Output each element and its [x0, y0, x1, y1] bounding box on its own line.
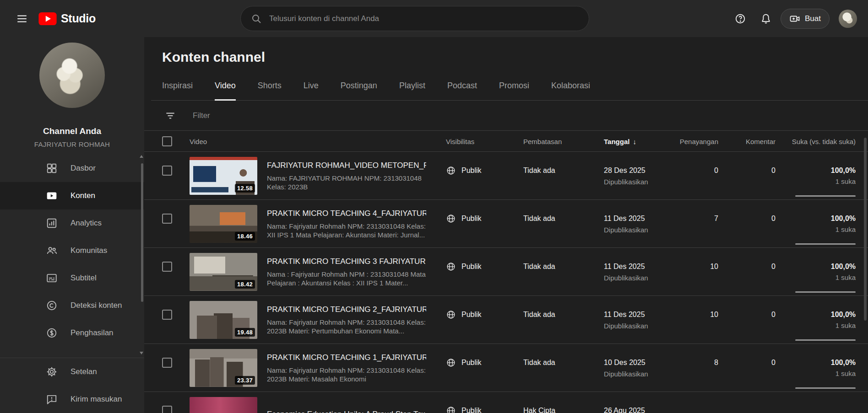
- video-description: Nama: Fajriyatur Rohmah NPM: 2313031048 …: [267, 222, 426, 239]
- video-title[interactable]: PRAKTIK MICRO TEACHING 1_FAJRIYATUR RO..…: [267, 353, 426, 362]
- restrictions-cell: Hak Cipta: [523, 392, 604, 413]
- sidebar-item-subtitel[interactable]: Subtitel: [0, 264, 144, 292]
- sidebar-item-komunitas[interactable]: Komunitas: [0, 237, 144, 264]
- tab-playlist[interactable]: Playlist: [388, 81, 436, 100]
- visibility-cell: Publik: [446, 392, 523, 413]
- sidebar-scroll-down-arrow[interactable]: [140, 352, 143, 354]
- subtitles-icon: [46, 272, 58, 284]
- sidebar-item-penghasilan[interactable]: Penghasilan: [0, 319, 144, 347]
- create-button[interactable]: Buat: [781, 9, 830, 29]
- filter-input[interactable]: [192, 111, 375, 121]
- video-description: Nama: Fajriyatur Rohmah NPM: 2313031048 …: [267, 318, 426, 335]
- sidebar-item-label: Komunitas: [71, 246, 107, 255]
- column-header-restrictions[interactable]: Pembatasan: [523, 131, 604, 145]
- tab-postingan[interactable]: Postingan: [330, 81, 388, 100]
- likes-cell: 100,0% 1 suka: [776, 296, 856, 341]
- video-thumbnail[interactable]: 18.42: [190, 253, 257, 291]
- sidebar-item-kirim-masukan[interactable]: Kirim masukan: [0, 386, 144, 413]
- row-checkbox[interactable]: [162, 214, 172, 224]
- row-checkbox[interactable]: [162, 166, 172, 176]
- main-content: Konten channel Inspirasi Video Shorts Li…: [144, 37, 868, 413]
- video-description: Nama : Fajriyatur Rohmah NPM : 231303104…: [267, 270, 426, 287]
- help-icon: [734, 13, 746, 25]
- tab-inspirasi[interactable]: Inspirasi: [151, 81, 204, 100]
- video-thumbnail[interactable]: 18.46: [190, 205, 257, 243]
- video-thumbnail[interactable]: 23.37: [190, 349, 257, 387]
- restrictions-cell: Tidak ada: [523, 248, 604, 271]
- video-title[interactable]: PRAKTIK MICRO TEACHING 2_FAJRIYATUR RO..…: [267, 305, 426, 314]
- table-row: 12.58 FAJRIYATUR ROHMAH_VIDEO METOPEN_PR…: [144, 152, 868, 200]
- tab-shorts[interactable]: Shorts: [247, 81, 293, 100]
- dashboard-icon: [46, 162, 58, 174]
- account-avatar[interactable]: [839, 10, 857, 28]
- money-icon: [46, 327, 58, 339]
- sidebar-footer: Setelan Kirim masukan: [0, 358, 144, 413]
- page-scrollbar[interactable]: [864, 138, 867, 321]
- tab-promosi[interactable]: Promosi: [488, 81, 540, 100]
- visibility-cell: Publik: [446, 200, 523, 224]
- like-ratio-bar: [795, 195, 856, 197]
- sidebar-scrollbar[interactable]: [141, 163, 143, 302]
- select-all-checkbox[interactable]: [162, 136, 172, 146]
- sidebar-item-setelan[interactable]: Setelan: [0, 358, 144, 386]
- table-row: 19.48 PRAKTIK MICRO TEACHING 2_FAJRIYATU…: [144, 296, 868, 344]
- sidebar-scroll-up-arrow[interactable]: [140, 155, 143, 158]
- video-title[interactable]: PRAKTIK MICRO TEACHING 4_FAJRIYATUR RO..…: [267, 209, 426, 218]
- row-checkbox[interactable]: [162, 310, 172, 320]
- restrictions-cell: Tidak ada: [523, 296, 604, 319]
- help-button[interactable]: [729, 8, 751, 30]
- row-checkbox[interactable]: [162, 262, 172, 272]
- video-title[interactable]: Economics Education Unila: A Proud Step …: [267, 410, 426, 413]
- column-header-views[interactable]: Penayangan: [677, 131, 718, 145]
- row-checkbox[interactable]: [162, 358, 172, 368]
- sidebar-item-deteksi-konten[interactable]: Deteksi konten: [0, 292, 144, 319]
- views-cell: 0: [677, 152, 718, 175]
- sidebar-item-label: Subtitel: [71, 274, 97, 283]
- sidebar-item-dasbor[interactable]: Dasbor: [0, 155, 144, 182]
- column-header-comments[interactable]: Komentar: [718, 131, 776, 145]
- column-header-date[interactable]: Tanggal↓: [604, 131, 677, 145]
- views-cell: 10: [677, 248, 718, 271]
- content-tabs: Inspirasi Video Shorts Live Postingan Pl…: [151, 65, 868, 101]
- copyright-icon: [46, 300, 58, 311]
- column-header-likes[interactable]: Suka (vs. tidak suka): [776, 131, 856, 145]
- channel-avatar[interactable]: [39, 43, 105, 108]
- date-cell: 11 Des 2025 Dipublikasikan: [604, 296, 677, 330]
- search-input[interactable]: [268, 14, 583, 24]
- views-cell: [677, 392, 718, 407]
- sidebar-item-analytics[interactable]: Analytics: [0, 209, 144, 237]
- video-thumbnail[interactable]: 12.58: [190, 157, 257, 195]
- sidebar-item-konten[interactable]: Konten: [0, 182, 144, 209]
- youtube-studio-logo[interactable]: Studio: [38, 12, 96, 25]
- table-row: 23.37 PRAKTIK MICRO TEACHING 1_FAJRIYATU…: [144, 344, 868, 392]
- search-box: [240, 6, 589, 31]
- row-checkbox[interactable]: [162, 406, 172, 413]
- table-row: Economics Education Unila: A Proud Step …: [144, 392, 868, 413]
- comments-cell: 0: [718, 152, 776, 175]
- tab-video[interactable]: Video: [204, 81, 247, 100]
- video-duration-badge: 12.58: [235, 184, 255, 193]
- sidebar-item-label: Setelan: [71, 367, 97, 376]
- video-thumbnail[interactable]: [190, 397, 257, 413]
- sidebar-item-label: Kirim masukan: [71, 395, 122, 404]
- tab-live[interactable]: Live: [293, 81, 330, 100]
- tab-podcast[interactable]: Podcast: [436, 81, 488, 100]
- like-ratio-bar: [795, 243, 856, 245]
- date-cell: 26 Agu 2025: [604, 392, 677, 413]
- like-ratio-bar: [795, 339, 856, 341]
- notifications-button[interactable]: [755, 8, 777, 30]
- video-title[interactable]: FAJRIYATUR ROHMAH_VIDEO METOPEN_PRE...: [267, 161, 426, 170]
- hamburger-menu-button[interactable]: [11, 8, 33, 30]
- comments-cell: 0: [718, 200, 776, 223]
- visibility-cell: Publik: [446, 152, 523, 176]
- column-header-visibility[interactable]: Visibilitas: [446, 131, 523, 145]
- column-header-video[interactable]: Video: [190, 131, 446, 145]
- restrictions-cell: Tidak ada: [523, 152, 604, 175]
- date-cell: 11 Des 2025 Dipublikasikan: [604, 248, 677, 282]
- table-row: 18.46 PRAKTIK MICRO TEACHING 4_FAJRIYATU…: [144, 200, 868, 248]
- video-title[interactable]: PRAKTIK MICRO TEACHING 3 FAJRIYATUR RO..…: [267, 257, 426, 266]
- visibility-cell: Publik: [446, 248, 523, 272]
- tab-kolaborasi[interactable]: Kolaborasi: [540, 81, 601, 100]
- search-icon: [251, 13, 262, 24]
- video-thumbnail[interactable]: 19.48: [190, 301, 257, 339]
